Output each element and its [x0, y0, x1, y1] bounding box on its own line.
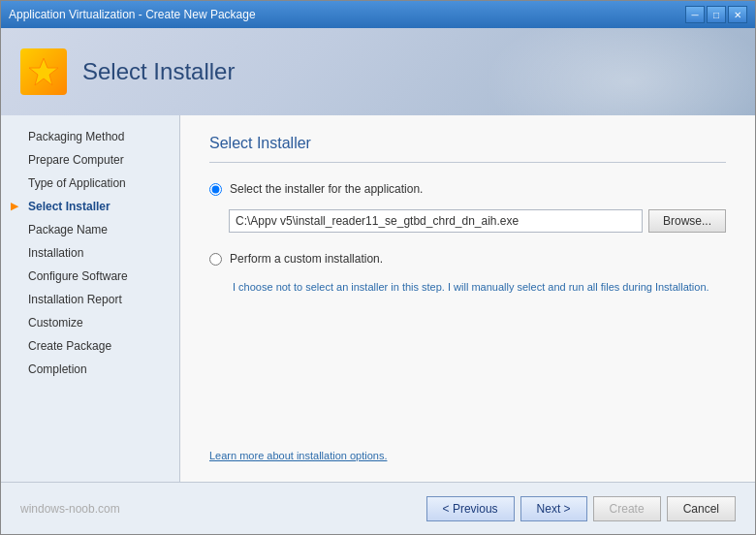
window-controls: ─ □ ✕ [685, 6, 747, 23]
file-row: Browse... [229, 209, 726, 233]
sidebar-item-installation[interactable]: Installation [1, 241, 179, 265]
previous-button[interactable]: < Previous [426, 496, 515, 521]
file-path-input[interactable] [229, 209, 643, 233]
star-icon [20, 48, 67, 95]
minimize-button[interactable]: ─ [685, 6, 705, 23]
window-title: Application Virtualization - Create New … [9, 8, 256, 21]
main-area: Packaging Method Prepare Computer Type o… [1, 115, 755, 482]
sidebar-item-select-installer[interactable]: Select Installer [1, 195, 179, 218]
custom-install-description: I choose not to select an installer in t… [233, 279, 726, 296]
sidebar-item-package-name[interactable]: Package Name [1, 218, 179, 241]
footer: windows-noob.com < Previous Next > Creat… [1, 482, 755, 534]
radio-custom-label: Perform a custom installation. [230, 252, 383, 266]
sidebar-item-prepare-computer[interactable]: Prepare Computer [1, 148, 179, 172]
titlebar: Application Virtualization - Create New … [1, 1, 755, 28]
header-title: Select Installer [82, 58, 235, 85]
section-title: Select Installer [209, 135, 311, 152]
close-button[interactable]: ✕ [728, 6, 747, 23]
learn-more-link[interactable]: Learn more about installation options. [209, 450, 387, 461]
form-area: Select the installer for the application… [209, 182, 726, 439]
watermark: windows-noob.com [20, 502, 120, 516]
content-panel: Select Installer Select the installer fo… [180, 115, 755, 482]
sidebar-item-completion[interactable]: Completion [1, 358, 179, 381]
learn-more-area: Learn more about installation options. [209, 439, 726, 462]
radio-select-installer[interactable] [209, 183, 222, 196]
radio-custom-install[interactable] [209, 253, 222, 266]
sidebar: Packaging Method Prepare Computer Type o… [1, 115, 180, 482]
browse-button[interactable]: Browse... [648, 209, 726, 233]
create-button[interactable]: Create [593, 496, 661, 521]
sidebar-item-type-of-application[interactable]: Type of Application [1, 172, 179, 195]
next-button[interactable]: Next > [520, 496, 587, 521]
radio-option-installer[interactable]: Select the installer for the application… [209, 182, 726, 196]
header-banner: Select Installer [1, 28, 755, 115]
footer-buttons: < Previous Next > Create Cancel [426, 496, 736, 521]
sidebar-item-installation-report[interactable]: Installation Report [1, 288, 179, 311]
breadcrumb: Select Installer [209, 135, 726, 163]
header-icon [20, 48, 67, 95]
sidebar-item-configure-software[interactable]: Configure Software [1, 265, 179, 288]
sidebar-item-create-package[interactable]: Create Package [1, 334, 179, 358]
sidebar-item-packaging-method[interactable]: Packaging Method [1, 125, 179, 148]
main-window: Application Virtualization - Create New … [0, 0, 756, 535]
radio-installer-label: Select the installer for the application… [230, 182, 423, 196]
svg-marker-0 [29, 58, 58, 85]
radio-option-custom[interactable]: Perform a custom installation. [209, 252, 726, 266]
cancel-button[interactable]: Cancel [667, 496, 736, 521]
sidebar-item-customize[interactable]: Customize [1, 311, 179, 334]
maximize-button[interactable]: □ [707, 6, 726, 23]
